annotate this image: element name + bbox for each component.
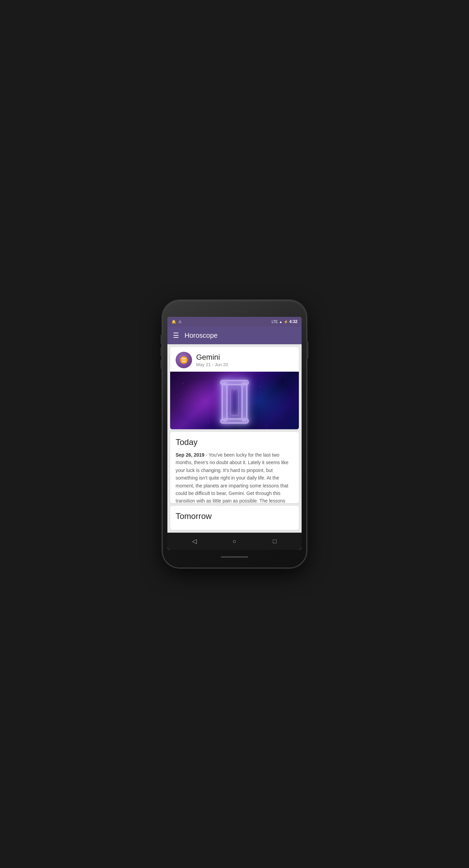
horoscope-body: - You've been lucky for the last two mon… <box>176 452 289 503</box>
phone-device: 🔔 ⚠ LTE ▲ ⚡ 4:32 ☰ Horoscope ♊ <box>163 300 306 568</box>
lte-label: LTE <box>271 320 278 324</box>
today-horoscope-text: Sep 26, 2019 - You've been lucky for the… <box>176 451 293 503</box>
today-section-title: Today <box>176 437 293 447</box>
status-left: 🔔 ⚠ <box>172 320 182 324</box>
gemini-symbol-image <box>217 378 252 426</box>
front-camera <box>178 310 181 313</box>
sign-image <box>170 372 299 429</box>
content-area: ♊ Gemini May 21 - Jun 20 <box>167 344 302 533</box>
svg-rect-8 <box>242 383 247 421</box>
sign-card: ♊ Gemini May 21 - Jun 20 <box>170 347 299 429</box>
recent-apps-button[interactable]: □ <box>268 534 281 548</box>
home-button[interactable]: ○ <box>228 534 241 548</box>
tomorrow-card: Tomorrow <box>170 506 299 530</box>
battery-icon: ⚡ <box>284 320 288 324</box>
horoscope-date: Sep 26, 2019 <box>176 452 204 458</box>
back-button[interactable]: ◁ <box>188 534 201 548</box>
toolbar-title: Horoscope <box>185 332 218 339</box>
nav-bar: ◁ ○ □ <box>167 533 302 550</box>
svg-rect-7 <box>222 383 227 421</box>
sign-dates: May 21 - Jun 20 <box>196 362 228 367</box>
signal-icon: ▲ <box>279 320 282 324</box>
notification-icon: 🔔 <box>172 320 176 324</box>
tomorrow-section-title: Tomorrow <box>176 511 293 521</box>
sign-symbol: ♊ <box>180 356 188 364</box>
warning-icon: ⚠ <box>178 320 182 324</box>
phone-top-bar <box>167 307 302 317</box>
sign-header: ♊ Gemini May 21 - Jun 20 <box>170 347 299 372</box>
sign-info: Gemini May 21 - Jun 20 <box>196 353 228 367</box>
volume-buttons <box>161 335 163 369</box>
power-button <box>306 342 308 359</box>
menu-icon[interactable]: ☰ <box>173 331 179 339</box>
phone-screen: 🔔 ⚠ LTE ▲ ⚡ 4:32 ☰ Horoscope ♊ <box>167 317 302 550</box>
phone-bottom <box>167 552 302 562</box>
status-bar: 🔔 ⚠ LTE ▲ ⚡ 4:32 <box>167 317 302 326</box>
clock: 4:32 <box>289 319 297 324</box>
speaker <box>221 311 248 313</box>
today-card: Today Sep 26, 2019 - You've been lucky f… <box>170 432 299 503</box>
sign-name: Gemini <box>196 353 228 362</box>
home-indicator <box>221 556 248 558</box>
sign-avatar: ♊ <box>176 352 192 368</box>
svg-rect-4 <box>230 388 239 416</box>
status-right: LTE ▲ ⚡ 4:32 <box>271 319 297 324</box>
toolbar: ☰ Horoscope <box>167 326 302 344</box>
